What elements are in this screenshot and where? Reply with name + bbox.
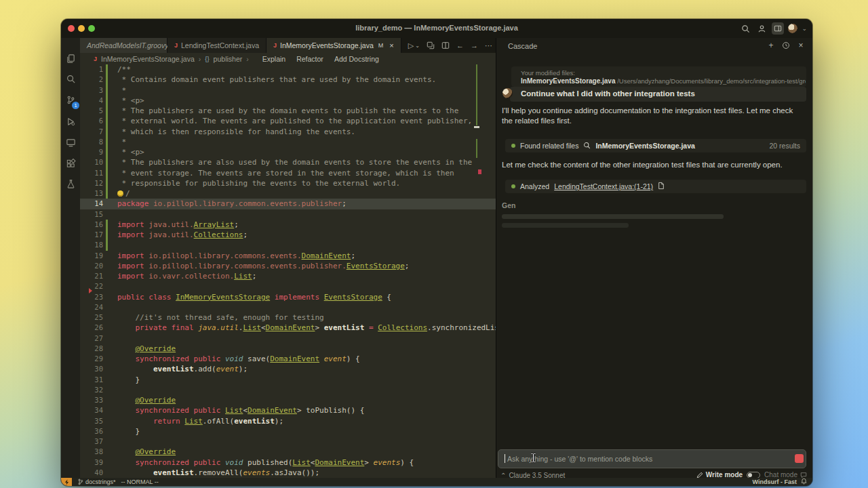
code-line[interactable]: 22 [80,281,496,291]
code-line[interactable]: 10 * The publishers are also used by the… [80,157,496,167]
testing-icon[interactable] [61,174,80,193]
code-line[interactable]: 28 @Override [80,344,496,354]
line-number: 4 [80,96,103,106]
mode-toggle[interactable] [747,472,760,479]
code-text: * [108,137,126,147]
new-chat-icon[interactable]: + [766,41,776,50]
code-line[interactable]: 38 @Override [80,447,496,457]
code-line[interactable]: 39 synchronized public void published(Li… [80,458,496,468]
git-branch-indicator[interactable]: docstrings* [77,479,116,485]
search-sidebar-icon[interactable] [61,69,80,88]
code-line[interactable]: 36 } [80,426,496,436]
code-line[interactable]: 12 * responsible for publishing the even… [80,178,496,188]
code-line[interactable]: 5 * The publishers are used by the domai… [80,106,496,116]
code-line[interactable]: 30 eventList.add(event); [80,364,496,374]
code-line[interactable]: 14package io.pillopl.library.common.even… [80,199,496,209]
code-line[interactable]: 17import java.util.Collections; [80,230,496,240]
more-actions-icon[interactable]: ⋯ [485,41,492,50]
refactor-action[interactable]: Refactor [296,55,323,63]
activity-bar: 1 [61,38,80,478]
explorer-icon[interactable] [61,49,80,68]
run-debug-icon[interactable] [61,112,80,131]
assistant-message: Let me check the content of the other in… [502,160,806,170]
analyzed-file-link[interactable]: LendingTestContext.java:(1-21) [554,182,653,190]
remote-explorer-icon[interactable] [61,133,80,152]
bell-icon[interactable] [801,478,807,486]
code-line[interactable]: 19import io.pillopl.library.commons.even… [80,251,496,261]
nav-forward-icon[interactable]: → [471,41,478,49]
search-icon[interactable] [739,22,751,35]
run-file-icon[interactable]: ▷ [408,41,414,50]
modified-file-row[interactable]: InMemoryEventsStorage.java /Users/andyzh… [521,77,806,85]
line-number: 12 [80,178,103,188]
app-status[interactable]: Windsurf - Fast [753,479,797,485]
extensions-icon[interactable] [61,154,80,173]
code-line[interactable]: 7 * which is then responsible for handli… [80,127,496,137]
stop-generation-button[interactable] [795,454,804,463]
code-line[interactable]: 31 } [80,375,496,385]
line-number: 34 [80,405,103,415]
code-text: public class InMemoryEventsStorage imple… [108,292,391,302]
remote-icon[interactable] [61,478,72,486]
code-text: * responsible for publishing the events … [108,178,400,188]
code-line[interactable]: 6 * external world. The events are publi… [80,116,496,126]
history-icon[interactable] [781,41,791,50]
line-number: 31 [80,375,103,385]
code-line[interactable]: 40 eventList.removeAll(events.asJava()); [80,468,496,478]
line-number: 38 [80,447,103,457]
nav-back-icon[interactable]: ← [456,41,464,49]
line-number: 26 [80,323,103,333]
add-docstring-action[interactable]: Add Docstring [334,55,379,63]
code-text: * event storage. The events are stored i… [108,168,454,178]
breadcrumb-symbol[interactable]: publisher [214,55,243,63]
code-line[interactable]: 23public class InMemoryEventsStorage imp… [80,292,496,302]
code-line[interactable]: 34 synchronized public List<DomainEvent>… [80,405,496,415]
code-editor[interactable]: 1/**2 * Contains domain event publishers… [80,64,496,478]
tab-andreadmodelsit[interactable]: AndReadModelsIT.groovy [80,38,167,53]
code-text: @Override [108,447,176,457]
code-line[interactable]: 11 * event storage. The events are store… [80,168,496,178]
tab-lendingtestcontext[interactable]: J LendingTestContext.java [167,38,267,53]
open-changes-icon[interactable] [427,41,435,49]
tool-call-found-files[interactable]: Found related files InMemoryEventsStorag… [505,139,806,152]
line-number: 40 [80,468,103,478]
code-line[interactable]: 4 * <p> [80,96,496,106]
account-icon[interactable] [755,22,768,35]
code-text: * <p> [108,147,144,157]
code-line[interactable]: 1/** [80,64,496,75]
code-line[interactable]: 27 [80,333,496,344]
lightbulb-icon[interactable] [117,190,123,197]
user-avatar[interactable] [788,24,797,33]
code-line[interactable]: 18 [80,240,496,250]
breadcrumb-file[interactable]: InMemoryEventsStorage.java [101,55,195,63]
split-editor-icon[interactable] [441,41,450,49]
code-line[interactable]: 16import java.util.ArrayList; [80,220,496,230]
code-line[interactable]: 13/ [80,188,496,199]
close-panel-icon[interactable]: × [796,41,806,50]
chat-input-placeholder: Ask anything - use '@' to mention code b… [507,455,652,463]
code-line[interactable]: 26 private final java.util.List<DomainEv… [80,323,496,333]
code-line[interactable]: 37 [80,436,496,447]
code-line[interactable]: 15 [80,209,496,220]
toggle-panel-icon[interactable] [772,22,784,35]
code-line[interactable]: 33 @Override [80,395,496,405]
code-line[interactable]: 8 * [80,137,496,147]
code-line[interactable]: 3 * [80,85,496,96]
code-line[interactable]: 25 //it's not thread safe, enough for te… [80,312,496,323]
code-line[interactable]: 9 * <p> [80,147,496,157]
tab-inmemoryeventsstorage[interactable]: J InMemoryEventsStorage.java M × [267,38,401,53]
chevron-down-icon[interactable]: ⌄ [802,25,807,32]
close-tab-icon[interactable]: × [389,41,393,49]
explain-action[interactable]: Explain [262,55,285,63]
code-line[interactable]: 20import io.pillopl.library.commons.even… [80,261,496,271]
code-line[interactable]: 32 [80,385,496,395]
line-number: 13 [80,188,103,199]
code-line[interactable]: 35 return List.ofAll(eventList); [80,416,496,426]
code-line[interactable]: 2 * Contains domain event publishers tha… [80,75,496,85]
tool-call-analyzed[interactable]: Analyzed LendingTestContext.java:(1-21) [505,180,806,193]
code-line[interactable]: 21import io.vavr.collection.List; [80,271,496,281]
code-line[interactable]: 24 [80,302,496,312]
run-dropdown-icon[interactable]: ⌄ [415,43,420,49]
source-control-icon[interactable]: 1 [61,90,80,109]
code-line[interactable]: 29 synchronized public void save(DomainE… [80,354,496,364]
